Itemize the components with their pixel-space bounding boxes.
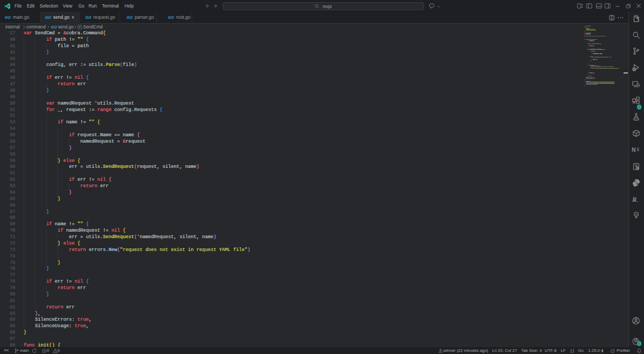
svg-text:R: R	[632, 196, 636, 203]
svg-text:N: N	[632, 147, 635, 153]
